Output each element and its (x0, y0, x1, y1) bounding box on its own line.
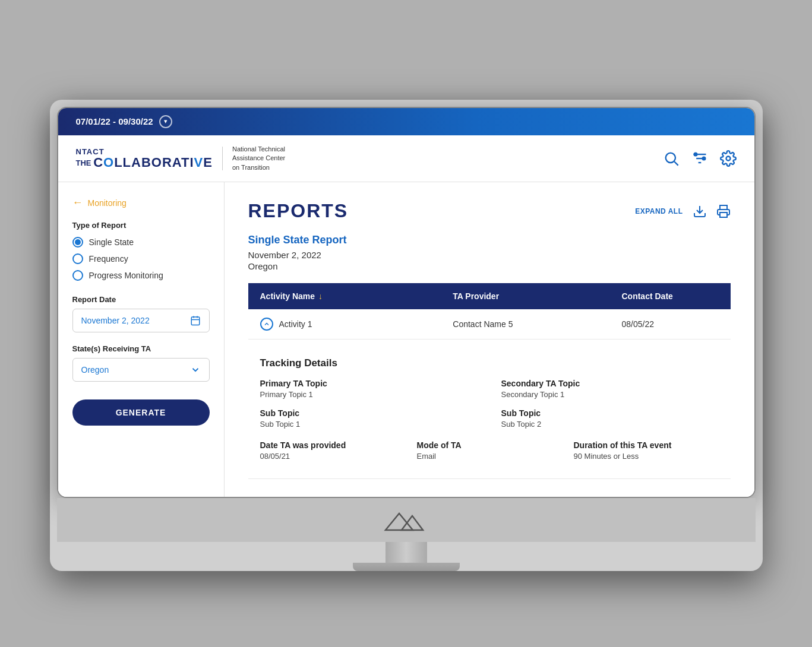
tracking-section: Tracking Details Primary TA Topic Primar… (260, 351, 719, 467)
back-arrow-icon: ← (72, 196, 83, 209)
logo-area: NTACT THE COLLABORATIVE National Technic… (76, 145, 286, 172)
settings-icon[interactable] (720, 150, 737, 167)
chevron-down-icon (190, 364, 201, 375)
svg-rect-8 (191, 317, 200, 325)
report-state: Oregon (248, 261, 731, 271)
report-date-value: November 2, 2022 (81, 316, 150, 325)
mountain-icon (383, 508, 430, 532)
sub-topic-1: Sub Topic Sub Topic 1 (260, 408, 478, 429)
sub-topic-1-value: Sub Topic 1 (260, 420, 478, 429)
duration-value: 90 Minutes or Less (574, 452, 719, 461)
radio-progress-circle (72, 270, 83, 281)
report-date-group: Report Date November 2, 2022 (72, 295, 210, 332)
report-header: REPORTS EXPAND ALL (248, 200, 731, 222)
report-area: REPORTS EXPAND ALL (225, 182, 754, 497)
radio-progress-monitoring[interactable]: Progress Monitoring (72, 270, 210, 281)
date-ta-value: 08/05/21 (260, 452, 405, 461)
col-contact-date: Contact Date (609, 283, 730, 309)
monitor-screen: 07/01/22 - 09/30/22 ▾ NTACT THE COLLABOR… (57, 107, 756, 498)
svg-line-1 (674, 161, 678, 165)
secondary-ta-topic: Secondary TA Topic Secondary Topic 1 (501, 379, 719, 399)
states-group: State(s) Receiving TA Oregon (72, 344, 210, 382)
states-label: State(s) Receiving TA (72, 344, 210, 353)
duration-label: Duration of this TA event (574, 440, 719, 450)
tracking-grid-topics: Primary TA Topic Primary Topic 1 Seconda… (260, 379, 719, 429)
tracking-title: Tracking Details (260, 357, 719, 369)
search-icon[interactable] (663, 150, 680, 167)
expand-all-button[interactable]: EXPAND ALL (635, 207, 683, 215)
contact-date-value: 08/05/22 (621, 319, 654, 329)
sub-topic-2: Sub Topic Sub Topic 2 (501, 408, 719, 429)
report-date-input[interactable]: November 2, 2022 (72, 309, 210, 332)
primary-ta-topic-value: Primary Topic 1 (260, 390, 478, 399)
ta-provider-value: Contact Name 5 (453, 319, 513, 329)
monitor-stand (57, 498, 756, 571)
main-content: ← Monitoring Type of Report Single State… (58, 182, 754, 497)
col-activity-name: Activity Name ↓ (248, 283, 441, 309)
tracking-grid-ta-details: Date TA was provided 08/05/21 Mode of TA… (260, 440, 719, 461)
type-of-report-label: Type of Report (72, 221, 210, 230)
header-icons (663, 150, 737, 167)
sidebar: ← Monitoring Type of Report Single State… (58, 182, 225, 497)
header-nav: NTACT THE COLLABORATIVE National Technic… (58, 135, 754, 182)
radio-frequency-label: Frequency (89, 254, 128, 264)
calendar-icon (190, 315, 201, 326)
radio-single-state-circle (72, 237, 83, 248)
report-date: November 2, 2022 (248, 250, 731, 260)
primary-ta-topic-label: Primary TA Topic (260, 379, 478, 388)
activity-table: Activity Name ↓ TA Provider Contact Date (248, 283, 731, 479)
download-icon[interactable] (693, 204, 707, 218)
logo-collaborative: COLLABORATIVE (93, 156, 213, 169)
monitor-bottom-bar (57, 498, 756, 542)
generate-button[interactable]: GENERATE (72, 399, 210, 426)
date-chevron-icon[interactable]: ▾ (159, 115, 172, 128)
svg-point-0 (665, 153, 675, 163)
primary-ta-topic: Primary TA Topic Primary Topic 1 (260, 379, 478, 399)
date-bar: 07/01/22 - 09/30/22 ▾ (58, 108, 754, 135)
sort-arrow-icon: ↓ (318, 291, 323, 301)
logo-subtitle: National Technical Assistance Center on … (232, 145, 285, 172)
svg-point-5 (694, 153, 697, 156)
back-link-label: Monitoring (88, 198, 127, 208)
logo-text: NTACT THE COLLABORATIVE (76, 147, 213, 169)
radio-single-state-label: Single State (89, 237, 134, 247)
sub-topic-2-value: Sub Topic 2 (501, 420, 719, 429)
report-title: REPORTS (248, 200, 349, 222)
mode-of-ta: Mode of TA Email (417, 440, 562, 461)
table-header: Activity Name ↓ TA Provider Contact Date (248, 283, 731, 309)
ta-provider-cell: Contact Name 5 (441, 309, 609, 340)
print-icon[interactable] (716, 204, 731, 218)
state-value: Oregon (81, 365, 109, 375)
date-ta-provided: Date TA was provided 08/05/21 (260, 440, 405, 461)
state-select[interactable]: Oregon (72, 358, 210, 382)
activity-name-cell: Activity 1 (248, 309, 441, 340)
date-range: 07/01/22 - 09/30/22 (76, 116, 153, 126)
filter-icon[interactable] (691, 150, 708, 167)
report-actions: EXPAND ALL (635, 204, 730, 218)
svg-rect-13 (720, 213, 727, 217)
logo-the: THE (76, 158, 94, 167)
mode-ta-label: Mode of TA (417, 440, 562, 450)
sub-topic-1-label: Sub Topic (260, 408, 478, 418)
tracking-details-row: Tracking Details Primary TA Topic Primar… (248, 340, 731, 479)
radio-single-state[interactable]: Single State (72, 237, 210, 248)
row-expand-icon[interactable] (260, 318, 273, 331)
col-ta-provider: TA Provider (441, 283, 609, 309)
logo-divider (222, 147, 223, 170)
activity-name: Activity 1 (279, 319, 312, 329)
svg-point-6 (702, 157, 705, 160)
duration-ta: Duration of this TA event 90 Minutes or … (574, 440, 719, 461)
radio-progress-label: Progress Monitoring (89, 271, 163, 280)
radio-frequency[interactable]: Frequency (72, 253, 210, 264)
radio-frequency-circle (72, 253, 83, 264)
contact-date-cell: 08/05/22 (609, 309, 730, 340)
svg-point-7 (726, 156, 730, 160)
table-row: Activity 1 Contact Name 5 08/05/22 (248, 309, 731, 340)
secondary-ta-topic-value: Secondary Topic 1 (501, 390, 719, 399)
report-type-group: Single State Frequency Progress Monitori… (72, 237, 210, 281)
report-subtitle: Single State Report (248, 234, 731, 246)
mode-ta-value: Email (417, 452, 562, 461)
back-link[interactable]: ← Monitoring (72, 196, 210, 209)
secondary-ta-topic-label: Secondary TA Topic (501, 379, 719, 388)
sub-topic-2-label: Sub Topic (501, 408, 719, 418)
